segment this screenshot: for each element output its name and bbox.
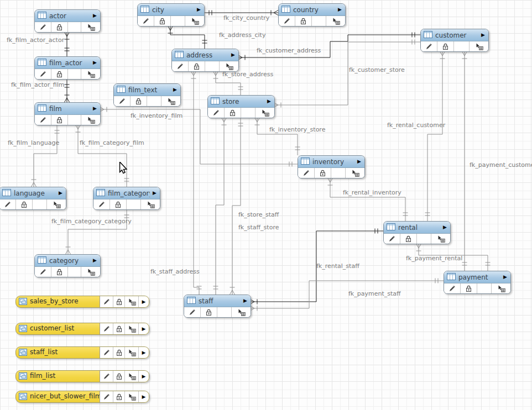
edit-button[interactable] bbox=[93, 199, 110, 209]
view-sales_by_store[interactable]: sales_by_store bbox=[15, 296, 149, 308]
edit-button[interactable] bbox=[384, 234, 400, 244]
selector-button[interactable] bbox=[125, 391, 139, 402]
view-staff_list[interactable]: staff_list bbox=[15, 346, 149, 359]
edit-button[interactable] bbox=[100, 391, 113, 402]
lock-button[interactable] bbox=[113, 371, 125, 382]
table-film_text[interactable]: film_text ▶ bbox=[113, 83, 181, 107]
relationship-fk_address_city[interactable] bbox=[170, 26, 205, 49]
lock-button[interactable] bbox=[154, 16, 171, 26]
selector-button[interactable] bbox=[346, 168, 364, 178]
edit-button[interactable] bbox=[100, 371, 113, 382]
table-customer[interactable]: customer ▶ bbox=[420, 29, 489, 52]
relationship-fk_inventory_store[interactable] bbox=[257, 118, 298, 155]
lock-button[interactable] bbox=[315, 168, 331, 178]
edit-button[interactable] bbox=[208, 108, 225, 118]
selector-button[interactable] bbox=[81, 69, 100, 79]
view-nicer_but_slower_film_list[interactable]: nicer_but_slower_film_list bbox=[15, 391, 149, 403]
edit-button[interactable] bbox=[184, 307, 201, 317]
relationship-fk_rental_inventory[interactable] bbox=[330, 178, 405, 221]
selector-button[interactable] bbox=[492, 283, 510, 293]
relationship-fk_film_category_category[interactable] bbox=[68, 209, 127, 254]
relationship-label[interactable]: fk_rental_customer bbox=[387, 122, 445, 129]
table-header[interactable]: payment ▶ bbox=[444, 271, 510, 283]
relationship-label[interactable]: fk_store_staff bbox=[238, 211, 279, 218]
table-city[interactable]: city ▶ bbox=[137, 3, 205, 27]
expand-arrow-icon[interactable]: ▶ bbox=[139, 296, 149, 307]
selector-button[interactable] bbox=[141, 199, 160, 209]
relationship-fk_store_staff[interactable] bbox=[216, 118, 224, 295]
table-header[interactable]: film ▶ bbox=[35, 103, 100, 115]
relationship-fk_payment_staff[interactable] bbox=[250, 281, 444, 308]
selector-button[interactable] bbox=[125, 347, 139, 358]
expand-arrow-icon[interactable]: ▶ bbox=[243, 298, 247, 303]
expand-arrow-icon[interactable]: ▶ bbox=[139, 371, 149, 382]
selector-button[interactable] bbox=[185, 16, 204, 26]
edit-button[interactable] bbox=[114, 96, 131, 106]
table-category[interactable]: category ▶ bbox=[34, 254, 101, 277]
lock-button[interactable] bbox=[51, 115, 68, 125]
table-inventory[interactable]: inventory ▶ bbox=[298, 155, 365, 178]
table-staff[interactable]: staff ▶ bbox=[184, 295, 251, 318]
relationship-label[interactable]: fk_city_country bbox=[223, 14, 269, 22]
table-payment[interactable]: payment ▶ bbox=[444, 271, 511, 294]
relationship-fk_rental_customer[interactable] bbox=[427, 51, 442, 221]
relationship-label[interactable]: fk_rental_inventory bbox=[343, 189, 401, 196]
table-header[interactable]: country ▶ bbox=[279, 4, 345, 16]
expand-arrow-icon[interactable]: ▶ bbox=[93, 13, 97, 18]
selector-button[interactable] bbox=[125, 371, 139, 382]
table-header[interactable]: film_actor ▶ bbox=[35, 57, 100, 69]
relationship-label[interactable]: fk_staff_store bbox=[238, 224, 279, 231]
edit-button[interactable] bbox=[35, 115, 51, 125]
expand-arrow-icon[interactable]: ▶ bbox=[231, 52, 235, 57]
table-film[interactable]: film ▶ bbox=[34, 102, 101, 125]
selector-button[interactable] bbox=[232, 307, 251, 317]
relationship-label[interactable]: fk_address_city bbox=[219, 31, 265, 39]
lock-button[interactable] bbox=[113, 347, 125, 358]
selector-button[interactable] bbox=[326, 16, 345, 26]
table-language[interactable]: language ▶ bbox=[0, 187, 66, 210]
relationship-label[interactable]: fk_film_category_category bbox=[51, 218, 132, 225]
edit-button[interactable] bbox=[444, 283, 461, 293]
relationship-label[interactable]: fk_customer_store bbox=[349, 66, 405, 73]
lock-button[interactable] bbox=[51, 69, 68, 79]
edit-button[interactable] bbox=[35, 267, 51, 277]
table-country[interactable]: country ▶ bbox=[278, 3, 346, 27]
table-header[interactable]: inventory ▶ bbox=[298, 156, 364, 168]
relationship-fk_film_language[interactable] bbox=[34, 125, 57, 187]
relationship-label[interactable]: fk_film_actor_actor bbox=[7, 36, 64, 44]
expand-arrow-icon[interactable]: ▶ bbox=[357, 159, 361, 164]
edit-button[interactable] bbox=[100, 347, 113, 358]
expand-arrow-icon[interactable]: ▶ bbox=[267, 99, 271, 104]
selector-button[interactable] bbox=[220, 61, 238, 71]
expand-arrow-icon[interactable]: ▶ bbox=[139, 347, 149, 358]
table-header[interactable]: staff ▶ bbox=[184, 295, 251, 307]
expand-arrow-icon[interactable]: ▶ bbox=[338, 7, 342, 12]
expand-arrow-icon[interactable]: ▶ bbox=[93, 106, 97, 111]
lock-button[interactable] bbox=[113, 391, 125, 402]
expand-arrow-icon[interactable]: ▶ bbox=[503, 275, 507, 280]
relationship-fk_staff_address[interactable] bbox=[194, 71, 199, 295]
table-actor[interactable]: actor ▶ bbox=[34, 9, 101, 33]
relationship-label[interactable]: fk_inventory_store bbox=[269, 126, 325, 133]
relationship-label[interactable]: fk_film_actor_film bbox=[11, 81, 65, 88]
lock-button[interactable] bbox=[295, 16, 312, 26]
expand-arrow-icon[interactable]: ▶ bbox=[139, 391, 149, 402]
lock-button[interactable] bbox=[131, 96, 147, 106]
expand-arrow-icon[interactable]: ▶ bbox=[93, 60, 97, 65]
relationship-fk_film_category_film[interactable] bbox=[78, 125, 127, 187]
edit-button[interactable] bbox=[35, 69, 51, 79]
selector-button[interactable] bbox=[470, 41, 488, 51]
table-store[interactable]: store ▶ bbox=[207, 95, 275, 118]
table-header[interactable]: language ▶ bbox=[0, 187, 66, 199]
relationship-fk_staff_store[interactable] bbox=[232, 118, 241, 295]
selector-button[interactable] bbox=[161, 96, 180, 106]
lock-button[interactable] bbox=[461, 283, 477, 293]
table-header[interactable]: customer ▶ bbox=[421, 29, 488, 41]
table-header[interactable]: actor ▶ bbox=[35, 10, 100, 22]
lock-button[interactable] bbox=[113, 323, 125, 334]
selector-button[interactable] bbox=[81, 115, 100, 125]
table-header[interactable]: film_text ▶ bbox=[114, 84, 180, 96]
selector-button[interactable] bbox=[125, 323, 139, 334]
expand-arrow-icon[interactable]: ▶ bbox=[59, 191, 62, 196]
table-rental[interactable]: rental ▶ bbox=[383, 221, 451, 244]
